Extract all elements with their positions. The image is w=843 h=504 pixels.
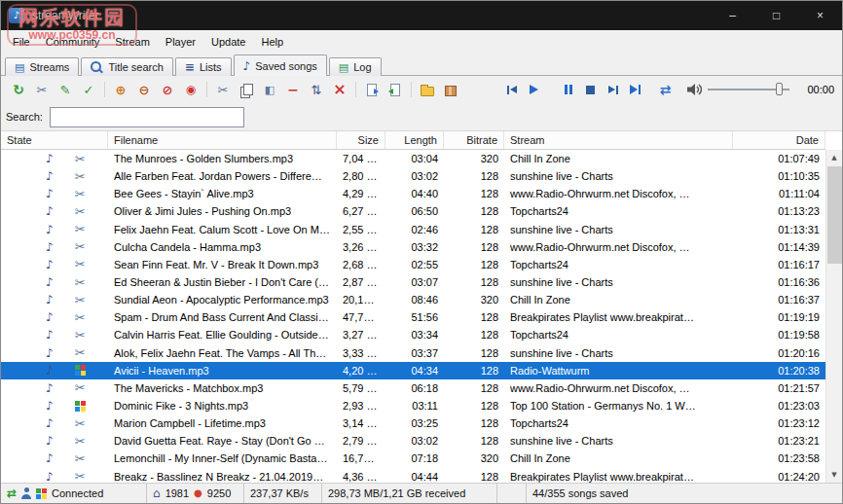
menu-item-player[interactable]: Player — [158, 30, 203, 54]
stop-button[interactable] — [579, 79, 602, 100]
status-speed: 237,37 KB/s — [244, 484, 322, 503]
check-button[interactable]: ✓ — [77, 79, 100, 100]
bitrate-cell: 128 — [444, 308, 504, 326]
table-row[interactable]: ♪✂Sundial Aeon - Apocalyptic Performance… — [1, 291, 825, 308]
table-row[interactable]: ♪✂Spam - Drum And Bass Current And Class… — [1, 308, 825, 326]
size-cell: 7,04 MB — [337, 150, 385, 167]
search-input[interactable] — [50, 107, 244, 127]
length-cell: 04:40 — [385, 185, 444, 202]
refresh-button[interactable]: ↻ — [7, 79, 30, 100]
tab-title-search[interactable]: Title search — [81, 57, 172, 76]
tab-streams[interactable]: ▤Streams — [5, 57, 79, 76]
menu-bar: FileCommunityStreamPlayerUpdateHelp — [1, 30, 842, 54]
size-cell: 16,76 MB — [337, 450, 385, 467]
pause-button[interactable] — [557, 79, 579, 100]
play-button[interactable] — [523, 79, 545, 100]
edit-tag-button[interactable]: ✎ — [54, 79, 77, 100]
table-row[interactable]: ♪✂The Mavericks - Matchbox.mp35,79 MB06:… — [1, 379, 825, 397]
table-row[interactable]: ♪✂Felix Jaehn Feat. Calum Scott - Love O… — [1, 221, 825, 238]
cut-button[interactable]: ✂ — [211, 79, 235, 100]
scroll-thumb[interactable] — [827, 166, 842, 264]
table-row[interactable]: ♪✂Alle Farben Feat. Jordan Powers - Diff… — [1, 167, 825, 185]
volume-thumb[interactable] — [776, 83, 783, 95]
shuffle-button[interactable]: ⇄ — [654, 79, 677, 100]
column-header-filename[interactable]: Filename — [108, 131, 337, 149]
table-row[interactable]: ♪✂Bee Gees - Stayin` Alive.mp34,29 MB04:… — [1, 185, 825, 202]
move-button[interactable]: ⇅ — [305, 79, 328, 100]
tab-log[interactable]: ▤Log — [329, 57, 382, 76]
table-row[interactable]: ♪✂Ed Sheeran & Justin Bieber - I Don't C… — [1, 273, 825, 291]
column-header-state[interactable]: State — [1, 131, 108, 149]
tab-lists[interactable]: ≡Lists — [175, 57, 232, 76]
size-cell: 2,93 MB — [337, 397, 385, 414]
vertical-scrollbar[interactable]: ▲ ▼ — [825, 150, 842, 483]
import-button[interactable] — [360, 79, 384, 100]
window-title: streamWriter — [32, 9, 98, 22]
folder-button[interactable] — [416, 79, 439, 100]
filename-cell: The Mavericks - Matchbox.mp3 — [108, 379, 337, 397]
menu-item-community[interactable]: Community — [38, 30, 108, 54]
scroll-up-button[interactable]: ▲ — [826, 150, 843, 165]
table-row[interactable]: ♪✂Oliver & Jimi Jules - Pushing On.mp36,… — [1, 202, 825, 220]
close-button[interactable]: × — [798, 1, 842, 30]
trim-button[interactable]: ◧ — [258, 79, 281, 100]
toolbar-left: ↻✂✎✓⊕⊖⊘◉✂◧−⇅× — [7, 79, 500, 100]
bitrate-cell: 128 — [444, 256, 504, 273]
table-row[interactable]: ♪✂Alok, Felix Jaehn Feat. The Vamps - Al… — [1, 344, 825, 362]
volume-slider[interactable] — [708, 81, 789, 98]
table-row[interactable]: ♪✂Culcha Candela - Hamma.mp33,26 MB03:32… — [1, 238, 825, 256]
package-button[interactable] — [439, 79, 462, 100]
toolbar-separator — [104, 82, 105, 97]
filename-cell: Oliver & Jimi Jules - Pushing On.mp3 — [108, 202, 337, 220]
blacklist-button[interactable]: ⊘ — [156, 79, 179, 100]
remove-stream-button[interactable]: ⊖ — [132, 79, 156, 100]
state-cell: ♪✂ — [1, 452, 108, 465]
delete-button[interactable]: × — [328, 79, 351, 100]
scissors-icon: ✂ — [75, 276, 86, 289]
menu-item-stream[interactable]: Stream — [107, 30, 157, 54]
table-row[interactable]: ♪✂David Guetta Feat. Raye - Stay (Don't … — [1, 432, 825, 450]
column-header-bitrate[interactable]: Bitrate — [444, 131, 504, 149]
column-header-date[interactable]: Date — [733, 131, 825, 149]
remove-button[interactable]: − — [281, 79, 305, 100]
table-row[interactable]: ♪✂Marion Campbell - Lifetime.mp33,14 MB0… — [1, 414, 825, 432]
person-icon — [21, 487, 31, 499]
scissors-icon: ✂ — [75, 470, 86, 483]
table-row[interactable]: ♪✂Breakz - Basslinez N Breakz - 21.04.20… — [1, 468, 825, 483]
play-next-button[interactable] — [624, 79, 646, 100]
minimize-button[interactable]: – — [711, 1, 754, 30]
copy-button[interactable] — [235, 79, 258, 100]
table-row[interactable]: ♪✂Lemonchill - My Inner-Self (Dynamic Ba… — [1, 450, 825, 467]
state-cell: ♪✂ — [1, 240, 108, 253]
cut-icon: ✂ — [218, 84, 229, 96]
tab-saved-songs[interactable]: ♪Saved songs — [234, 54, 327, 76]
date-cell: 01:19:58 — [733, 326, 825, 343]
table-row[interactable]: ♪Dominic Fike - 3 Nights.mp32,93 MB03:11… — [1, 397, 825, 414]
date-cell: 01:23:12 — [733, 414, 825, 432]
add-stream-button[interactable]: ⊕ — [109, 79, 132, 100]
length-cell: 04:34 — [385, 362, 444, 379]
table-row[interactable]: ♪✂Calvin Harris Feat. Ellie Goulding - O… — [1, 326, 825, 343]
record-button[interactable]: ◉ — [179, 79, 202, 100]
scroll-down-button[interactable]: ▼ — [826, 467, 843, 483]
menu-item-file[interactable]: File — [5, 30, 38, 54]
date-cell: 01:14:39 — [733, 238, 825, 256]
column-header-size[interactable]: Size — [337, 131, 385, 149]
filename-cell: David Guetta Feat. Raye - Stay (Don't Go… — [108, 432, 337, 450]
table-row[interactable]: ♪✂The Munroes - Golden Slumbers.mp37,04 … — [1, 150, 825, 167]
songs-saved: 44/355 songs saved — [532, 487, 628, 499]
menu-item-help[interactable]: Help — [254, 30, 292, 54]
skip-back-button[interactable] — [500, 79, 523, 100]
table-row[interactable]: ♪Avicii - Heaven.mp34,20 MB04:34128Radio… — [1, 362, 825, 379]
menu-item-update[interactable]: Update — [203, 30, 253, 54]
skip-forward-button[interactable] — [602, 79, 624, 100]
export-button[interactable] — [384, 79, 407, 100]
date-cell: 01:10:35 — [733, 167, 825, 185]
column-header-length[interactable]: Length — [385, 131, 444, 149]
stream-cell: Topcharts24 — [504, 326, 733, 343]
scissors-button[interactable]: ✂ — [30, 79, 54, 100]
bitrate-cell: 128 — [444, 273, 504, 291]
maximize-button[interactable]: □ — [754, 1, 798, 30]
column-header-stream[interactable]: Stream — [504, 131, 733, 149]
table-row[interactable]: ♪✂Sean Finn Feat. Mr. V - Break It Down.… — [1, 256, 825, 273]
